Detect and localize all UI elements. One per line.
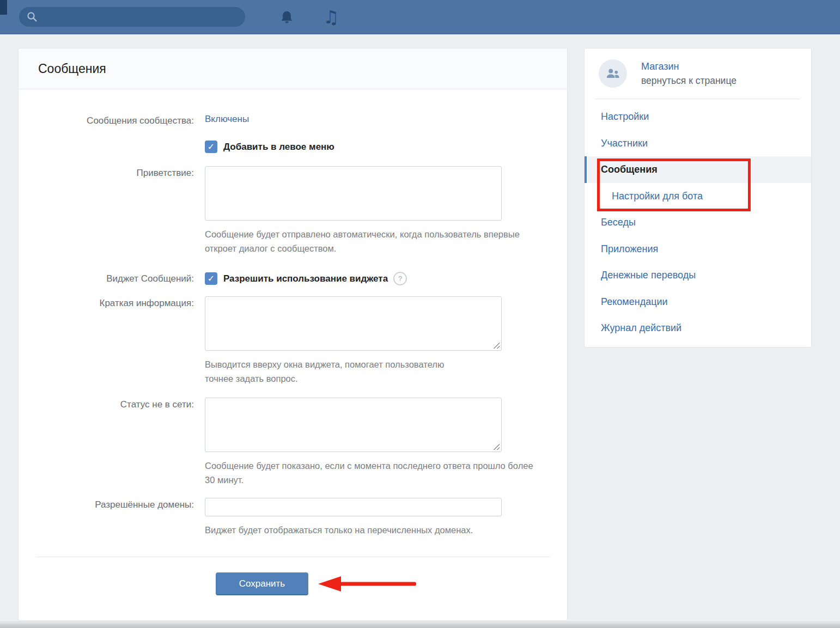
offline-status-row: Статус не в сети: Сообщение будет показа…: [19, 398, 567, 487]
sidebar-item-settings[interactable]: Настройки: [585, 103, 811, 130]
allowed-domains-row: Разрешённые домены: Виджет будет отображ…: [19, 498, 567, 537]
offline-status-label: Статус не в сети:: [19, 398, 205, 487]
sidebar-item-money-transfers[interactable]: Денежные переводы: [585, 262, 811, 289]
community-messages-label: Сообщения сообщества:: [19, 114, 205, 126]
card-header: Сообщения: [19, 48, 567, 89]
community-avatar[interactable]: [599, 59, 627, 88]
allowed-domains-input[interactable]: [205, 498, 502, 516]
top-navigation-bar: ♫: [0, 0, 840, 34]
left-menu-row: ✓ Добавить в левое меню: [19, 141, 567, 153]
short-info-hint: Выводится вверху окна виджета, помогает …: [205, 357, 466, 386]
allowed-domains-label: Разрешённые домены:: [19, 498, 205, 537]
sidebar-item-chats[interactable]: Беседы: [585, 209, 811, 236]
widget-checkbox-label[interactable]: Разрешить использование виджета: [223, 273, 388, 284]
bottom-scrollbar[interactable]: [0, 621, 840, 628]
checkmark-icon: ✓: [208, 275, 215, 283]
search-input[interactable]: [42, 11, 241, 22]
widget-label: Виджет Сообщений:: [19, 272, 205, 285]
widget-checkbox[interactable]: ✓: [205, 272, 217, 285]
help-question-icon[interactable]: ?: [393, 272, 407, 285]
greeting-row: Приветствие: Сообщение будет отправлено …: [19, 166, 567, 255]
sidebar-item-action-log[interactable]: Журнал действий: [585, 315, 811, 342]
community-sidebar: Магазин вернуться к странице Настройки У…: [584, 48, 812, 347]
sidebar-header: Магазин вернуться к странице: [585, 48, 811, 99]
notifications-bell-icon[interactable]: [278, 9, 295, 26]
left-menu-checkbox-label[interactable]: Добавить в левое меню: [223, 142, 334, 153]
page-title: Сообщения: [38, 62, 106, 76]
short-info-label: Краткая информация:: [19, 296, 205, 386]
back-to-page-link[interactable]: вернуться к странице: [641, 75, 736, 87]
greeting-label: Приветствие:: [19, 166, 205, 255]
messages-settings-form: Сообщения сообщества: Включены ✓ Добавит…: [19, 89, 567, 609]
greeting-textarea[interactable]: [205, 166, 502, 221]
allowed-domains-hint: Виджет будет отображаться только на пере…: [205, 523, 532, 537]
music-note-icon[interactable]: ♫: [322, 9, 340, 26]
sidebar-item-members[interactable]: Участники: [585, 130, 811, 157]
search-field[interactable]: [19, 7, 245, 27]
checkmark-icon: ✓: [208, 143, 215, 151]
offline-status-textarea[interactable]: [205, 398, 502, 452]
save-button[interactable]: Сохранить: [216, 572, 308, 595]
music-note-glyph: ♫: [323, 9, 339, 26]
save-row: Сохранить: [19, 557, 567, 609]
left-menu-checkbox[interactable]: ✓: [205, 141, 217, 153]
sidebar-item-messages[interactable]: Сообщения: [585, 156, 811, 183]
greeting-hint: Сообщение будет отправлено автоматически…: [205, 227, 524, 255]
annotation-arrow-icon: [318, 574, 419, 594]
messages-settings-card: Сообщения Сообщения сообщества: Включены…: [18, 48, 568, 621]
community-messages-row: Сообщения сообщества: Включены: [19, 114, 567, 126]
widget-row: Виджет Сообщений: ✓ Разрешить использова…: [19, 272, 567, 285]
search-icon: [26, 11, 38, 23]
short-info-row: Краткая информация: Выводится вверху окн…: [19, 296, 567, 386]
people-icon: [605, 65, 621, 82]
sidebar-menu: Настройки Участники Сообщения Настройки …: [585, 99, 811, 347]
sidebar-item-apps[interactable]: Приложения: [585, 236, 811, 263]
offline-status-hint: Сообщение будет показано, если с момента…: [205, 459, 545, 487]
short-info-textarea[interactable]: [205, 296, 502, 351]
sidebar-item-recommendations[interactable]: Рекомендации: [585, 289, 811, 315]
community-messages-status-link[interactable]: Включены: [205, 114, 249, 124]
corner-mark: [0, 0, 7, 15]
sidebar-item-bot-settings[interactable]: Настройки для бота: [585, 183, 811, 210]
community-name-link[interactable]: Магазин: [641, 61, 736, 72]
